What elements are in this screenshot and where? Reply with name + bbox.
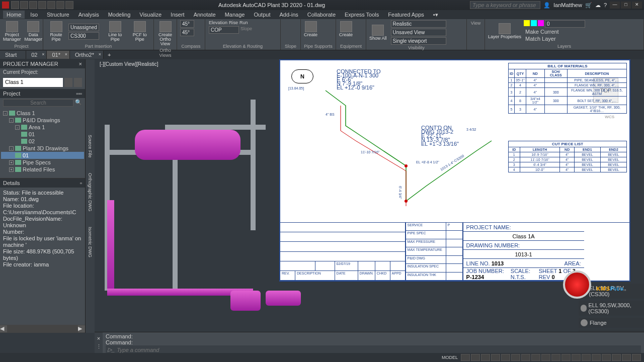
side-tab-ortho[interactable]: Orthographic DWG — [88, 173, 93, 212]
username-label[interactable]: IanMatthew — [553, 2, 582, 8]
tab-annotate[interactable]: Annotate — [190, 11, 219, 19]
viewport-combo[interactable]: Single viewport — [391, 37, 446, 45]
status-grid-icon[interactable] — [461, 354, 470, 361]
tab-output[interactable]: Output — [250, 11, 274, 19]
status-lwt-icon[interactable] — [541, 354, 550, 361]
status-ortho-icon[interactable] — [481, 354, 490, 361]
palette-item[interactable]: Flange — [579, 318, 644, 328]
tree-node[interactable]: -Class 1 — [1, 110, 84, 117]
close-icon[interactable]: × — [99, 52, 101, 57]
status-hardware-icon[interactable] — [612, 354, 621, 361]
spec-combo[interactable]: Unassigned — [68, 24, 99, 31]
doc-tab-start[interactable]: Start — [0, 51, 26, 59]
tab-addins[interactable]: Add-ins — [276, 11, 301, 19]
cop-combo[interactable]: COP — [209, 26, 239, 34]
close-icon[interactable]: × — [42, 52, 44, 57]
layer-props-button[interactable]: Layer Properties — [487, 22, 522, 40]
tab-overflow-icon[interactable]: ▪▾ — [430, 11, 442, 19]
status-isolate-icon[interactable] — [602, 354, 611, 361]
tab-express[interactable]: Express Tools — [341, 11, 382, 19]
match-layer-label[interactable]: Match Layer — [525, 36, 556, 42]
create-support-button[interactable]: Create — [303, 20, 318, 38]
help-icon[interactable]: ? — [604, 2, 607, 8]
qat-new-icon[interactable] — [11, 1, 19, 9]
close-button[interactable]: ✕ — [632, 2, 642, 9]
layer-state-icon-1[interactable] — [524, 20, 530, 26]
layer-combo[interactable]: 0 — [545, 20, 585, 28]
layer-state-icon-2[interactable] — [531, 20, 537, 26]
size-combo[interactable]: CS300 — [68, 32, 99, 40]
status-polar-icon[interactable] — [491, 354, 500, 361]
show-all-button[interactable]: Show All — [368, 24, 388, 42]
status-snap-icon[interactable] — [471, 354, 480, 361]
tree-node[interactable]: -P&ID Drawings — [1, 117, 84, 124]
doc-tab-01[interactable]: 01*× — [47, 51, 70, 59]
pm-search-input[interactable] — [3, 99, 73, 107]
side-tab-iso[interactable]: Isometric DWG — [88, 227, 93, 257]
tab-analysis[interactable]: Analysis — [75, 11, 103, 19]
command-input[interactable] — [117, 347, 639, 353]
cart-icon[interactable]: 🛒 — [585, 2, 592, 9]
doc-tab-ortho2[interactable]: Ortho2*× — [70, 51, 104, 59]
tab-visualize[interactable]: Visualize — [136, 11, 165, 19]
status-3dosnap-icon[interactable] — [511, 354, 520, 361]
tab-iso[interactable]: Iso — [27, 11, 41, 19]
qat-redo-icon[interactable] — [65, 1, 73, 9]
model-space-button[interactable]: MODEL — [440, 355, 460, 360]
pcf-to-pipe-button[interactable]: PCF to Pipe — [128, 20, 151, 43]
palette-item[interactable]: ELL 90,SW,3000, (CS300) — [579, 301, 644, 316]
tree-node[interactable]: +Pipe Specs — [1, 159, 84, 166]
status-cycling-icon[interactable] — [561, 354, 571, 361]
status-monitor-icon[interactable] — [592, 354, 601, 361]
maximize-button[interactable]: □ — [621, 2, 631, 9]
tab-structure[interactable]: Structure — [43, 11, 73, 19]
tab-manage[interactable]: Manage — [221, 11, 249, 19]
run-button[interactable]: Run — [239, 20, 248, 25]
line-to-pipe-button[interactable]: Line to Pipe — [104, 20, 127, 43]
tab-featured[interactable]: Featured Apps — [384, 11, 428, 19]
project-manager-button[interactable]: Project Manager — [2, 20, 22, 43]
cmd-close-icon[interactable]: × — [97, 335, 100, 341]
status-otrack-icon[interactable] — [521, 354, 530, 361]
user-icon[interactable]: 👤 — [543, 2, 550, 9]
viewcube-wcs-label[interactable]: WCS — [605, 115, 614, 119]
compass-angle-2[interactable]: 45° — [180, 29, 194, 36]
compass-angle-1[interactable]: 45° — [180, 20, 194, 28]
create-equip-button[interactable]: Create — [338, 20, 354, 38]
pm-close-icon[interactable]: × — [79, 61, 82, 67]
tab-home[interactable]: Home — [3, 11, 25, 19]
status-transparency-icon[interactable] — [551, 354, 560, 361]
status-customize-icon[interactable] — [632, 354, 641, 361]
view-combo[interactable]: Unsaved View — [391, 29, 446, 36]
status-clean-icon[interactable] — [622, 354, 631, 361]
status-osnap-icon[interactable] — [501, 354, 510, 361]
status-annoscale-icon[interactable] — [572, 354, 581, 361]
qat-saveas-icon[interactable] — [38, 1, 46, 9]
side-tab-source[interactable]: Source File — [88, 135, 93, 158]
visual-style-combo[interactable]: Realistic — [391, 20, 446, 28]
new-tab-button[interactable]: + — [104, 51, 115, 59]
a360-icon[interactable]: ☁ — [595, 2, 601, 9]
qat-plot-icon[interactable] — [47, 1, 55, 9]
minimize-button[interactable]: — — [610, 2, 620, 9]
tab-collaborate[interactable]: Collaborate — [304, 11, 339, 19]
create-ortho-button[interactable]: Create Ortho View — [156, 20, 175, 47]
tree-node[interactable]: -Plant 3D Drawings — [1, 145, 84, 152]
tab-modeling[interactable]: Modeling — [105, 11, 134, 19]
tab-insert[interactable]: Insert — [167, 11, 188, 19]
layer-state-icon-3[interactable] — [538, 20, 544, 26]
qat-open-icon[interactable] — [20, 1, 28, 9]
tree-node[interactable]: -Area 1 — [1, 124, 84, 131]
tree-node[interactable]: 01 — [1, 131, 84, 138]
project-combo[interactable]: Class 1 — [3, 78, 63, 87]
pm-button-2[interactable] — [74, 78, 82, 87]
close-icon[interactable]: × — [65, 52, 67, 57]
qat-save-icon[interactable] — [29, 1, 37, 9]
search-icon[interactable]: 🔍 — [75, 99, 82, 107]
rise-button[interactable]: Rise — [229, 20, 238, 25]
details-tool-icon[interactable]: ▫ — [80, 180, 82, 186]
qat-undo-icon[interactable] — [56, 1, 64, 9]
tree-node[interactable]: +Related Files — [1, 166, 84, 173]
app-icon[interactable] — [2, 2, 9, 9]
pm-hscroll[interactable]: ◀▶ — [0, 325, 85, 333]
